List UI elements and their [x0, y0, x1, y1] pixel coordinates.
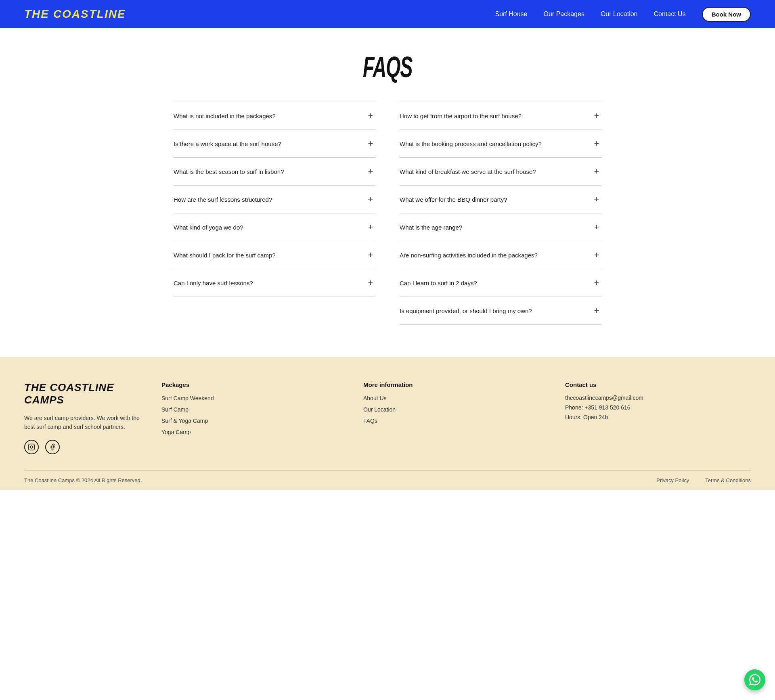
nav-contact[interactable]: Contact Us	[654, 10, 686, 18]
faq-item[interactable]: What we offer for the BBQ dinner party? …	[400, 186, 601, 213]
faq-title-container: FAQs	[174, 52, 601, 81]
terms-conditions-link[interactable]: Terms & Conditions	[705, 477, 751, 483]
faq-plus-icon: +	[592, 222, 601, 232]
faq-question: Are non-surfing activities included in t…	[400, 252, 542, 259]
faq-plus-icon: +	[592, 194, 601, 204]
faq-item[interactable]: What is the age range? +	[400, 213, 601, 241]
faq-item[interactable]: What is the best season to surf in lisbo…	[174, 158, 375, 186]
facebook-icon[interactable]	[45, 440, 60, 454]
faq-item[interactable]: Can I only have surf lessons? +	[174, 269, 375, 297]
nav-location[interactable]: Our Location	[601, 10, 638, 18]
faq-plus-icon: +	[366, 250, 375, 260]
faq-question: How to get from the airport to the surf …	[400, 113, 526, 119]
faq-columns: What is not included in the packages? + …	[174, 102, 601, 325]
faq-plus-icon: +	[592, 278, 601, 288]
contact-heading: Contact us	[565, 381, 751, 388]
faq-plus-icon: +	[592, 111, 601, 121]
footer-bottom: The Coastline Camps © 2024 All Rights Re…	[24, 470, 751, 490]
footer-legal-links: Privacy Policy Terms & Conditions	[656, 477, 751, 483]
footer-link-faqs[interactable]: FAQs	[363, 418, 377, 424]
footer-more-info-col: More information About Us Our Location F…	[363, 381, 549, 454]
footer-link-yoga-camp[interactable]: Yoga Camp	[161, 429, 191, 435]
packages-heading: Packages	[161, 381, 347, 388]
footer-brand: THE COASTLINE CAMPS We are surf camp pro…	[24, 381, 145, 454]
faq-plus-icon: +	[366, 111, 375, 121]
faq-question: How are the surf lessons structured?	[174, 196, 276, 203]
book-now-button[interactable]: Book Now	[702, 7, 751, 22]
footer-link-surf-yoga-camp[interactable]: Surf & Yoga Camp	[161, 418, 208, 424]
header-logo[interactable]: THE COASTLINE	[24, 8, 126, 21]
faq-question: What is the best season to surf in lisbo…	[174, 168, 288, 175]
faq-item[interactable]: How are the surf lessons structured? +	[174, 186, 375, 213]
nav-packages[interactable]: Our Packages	[544, 10, 584, 18]
faq-question: What should I pack for the surf camp?	[174, 252, 280, 259]
faq-plus-icon: +	[592, 167, 601, 176]
faq-item[interactable]: Is there a work space at the surf house?…	[174, 130, 375, 158]
header: THE COASTLINE Surf House Our Packages Ou…	[0, 0, 775, 28]
footer-main: THE COASTLINE CAMPS We are surf camp pro…	[24, 381, 751, 470]
faq-question: What is not included in the packages?	[174, 113, 280, 119]
faq-plus-icon: +	[592, 306, 601, 316]
faq-item[interactable]: What is the booking process and cancella…	[400, 130, 601, 158]
faq-question: Is equipment provided, or should I bring…	[400, 307, 536, 314]
faq-plus-icon: +	[366, 278, 375, 288]
faq-question: What kind of yoga we do?	[174, 224, 247, 231]
footer: THE COASTLINE CAMPS We are surf camp pro…	[0, 357, 775, 490]
footer-link-about[interactable]: About Us	[363, 395, 387, 401]
faq-heading: FAQs	[363, 52, 412, 81]
faq-question: What we offer for the BBQ dinner party?	[400, 196, 511, 203]
faq-plus-icon: +	[366, 139, 375, 148]
faq-item[interactable]: How to get from the airport to the surf …	[400, 102, 601, 130]
contact-phone: Phone: +351 913 520 616	[565, 404, 751, 411]
faq-plus-icon: +	[592, 139, 601, 148]
main-nav: Surf House Our Packages Our Location Con…	[495, 7, 751, 22]
packages-list: Surf Camp Weekend Surf Camp Surf & Yoga …	[161, 395, 347, 436]
faq-question: Is there a work space at the surf house?	[174, 140, 285, 147]
svg-rect-0	[29, 444, 35, 450]
faq-col-left: What is not included in the packages? + …	[174, 102, 375, 325]
contact-email: thecoastlinecamps@gmail.com	[565, 395, 751, 401]
faq-item[interactable]: What kind of breakfast we serve at the s…	[400, 158, 601, 186]
nav-surf-house[interactable]: Surf House	[495, 10, 527, 18]
faq-question: What is the age range?	[400, 224, 466, 231]
faq-plus-icon: +	[592, 250, 601, 260]
faq-question: What is the booking process and cancella…	[400, 140, 546, 147]
faq-section: FAQs What is not included in the package…	[0, 28, 775, 357]
faq-plus-icon: +	[366, 194, 375, 204]
faq-item[interactable]: Is equipment provided, or should I bring…	[400, 297, 601, 325]
faq-col-right: How to get from the airport to the surf …	[400, 102, 601, 325]
faq-item[interactable]: What should I pack for the surf camp? +	[174, 241, 375, 269]
faq-question: What kind of breakfast we serve at the s…	[400, 168, 540, 175]
faq-item[interactable]: What kind of yoga we do? +	[174, 213, 375, 241]
faq-plus-icon: +	[366, 167, 375, 176]
faq-question: Can I learn to surf in 2 days?	[400, 280, 481, 286]
contact-hours: Hours: Open 24h	[565, 414, 751, 420]
instagram-icon[interactable]	[24, 440, 39, 454]
social-icons	[24, 440, 145, 454]
footer-description: We are surf camp providers. We work with…	[24, 414, 145, 432]
privacy-policy-link[interactable]: Privacy Policy	[656, 477, 689, 483]
footer-copyright: The Coastline Camps © 2024 All Rights Re…	[24, 477, 142, 483]
faq-item[interactable]: What is not included in the packages? +	[174, 102, 375, 130]
faq-item[interactable]: Are non-surfing activities included in t…	[400, 241, 601, 269]
faq-question: Can I only have surf lessons?	[174, 280, 257, 286]
footer-contact-col: Contact us thecoastlinecamps@gmail.com P…	[565, 381, 751, 454]
svg-point-1	[30, 446, 33, 448]
faq-item[interactable]: Can I learn to surf in 2 days? +	[400, 269, 601, 297]
footer-link-surf-camp-weekend[interactable]: Surf Camp Weekend	[161, 395, 214, 401]
footer-link-our-location[interactable]: Our Location	[363, 406, 396, 413]
faq-plus-icon: +	[366, 222, 375, 232]
footer-packages-col: Packages Surf Camp Weekend Surf Camp Sur…	[161, 381, 347, 454]
more-info-list: About Us Our Location FAQs	[363, 395, 549, 424]
footer-logo: THE COASTLINE CAMPS	[24, 381, 145, 406]
more-info-heading: More information	[363, 381, 549, 388]
footer-link-surf-camp[interactable]: Surf Camp	[161, 406, 189, 413]
